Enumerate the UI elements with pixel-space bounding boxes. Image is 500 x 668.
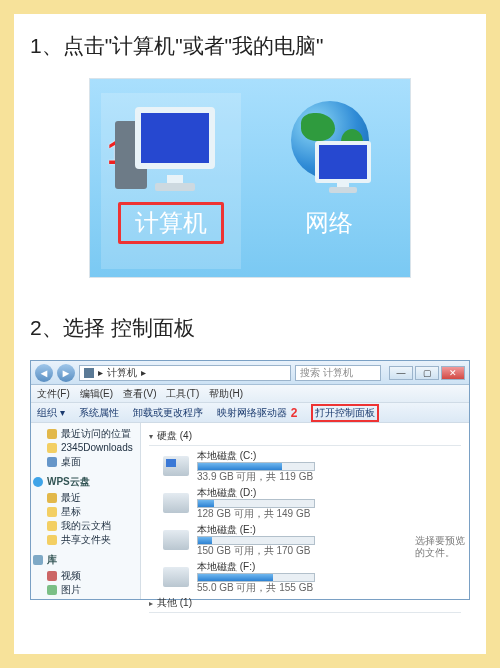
capacity-bar <box>197 462 315 471</box>
sidebar-wps-star[interactable]: 星标 <box>33 505 138 519</box>
capacity-bar <box>197 573 315 582</box>
chevron-right-icon: ▸ <box>149 599 153 608</box>
folder-icon <box>47 443 57 453</box>
sidebar-library-head[interactable]: 库 <box>33 553 138 567</box>
sidebar-library-pictures[interactable]: 图片 <box>33 583 138 597</box>
drive-name: 本地磁盘 (F:) <box>197 561 315 572</box>
recent-icon <box>47 493 57 503</box>
drive-row[interactable]: 本地磁盘 (F:)55.0 GB 可用，共 155 GB <box>149 557 461 594</box>
computer-icon <box>121 101 221 196</box>
section-header-disks[interactable]: ▾ 硬盘 (4) <box>149 427 461 446</box>
drive-icon <box>163 493 189 513</box>
library-icon <box>33 555 43 565</box>
search-placeholder: 搜索 计算机 <box>300 366 353 380</box>
nav-forward-button[interactable]: ► <box>57 364 75 382</box>
video-icon <box>47 571 57 581</box>
step2-title: 2、选择 控制面板 <box>30 314 470 342</box>
window-titlebar: ◄ ► ▸ 计算机 ▸ 搜索 计算机 — ▢ ✕ <box>31 361 469 385</box>
drive-icon <box>163 530 189 550</box>
maximize-button[interactable]: ▢ <box>415 366 439 380</box>
toolbar-system-properties[interactable]: 系统属性 <box>79 406 119 420</box>
toolbar-open-control-panel[interactable]: 打开控制面板 <box>311 404 379 422</box>
sidebar-recent[interactable]: 最近访问的位置 <box>33 427 138 441</box>
explorer-sidebar: 最近访问的位置 2345Downloads 桌面 WPS云盘 最近 星标 我的云… <box>31 423 141 599</box>
drive-detail: 150 GB 可用，共 170 GB <box>197 545 315 556</box>
folder-icon <box>47 521 57 531</box>
drive-row[interactable]: 本地磁盘 (D:)128 GB 可用，共 149 GB <box>149 483 461 520</box>
callout-number-2: 2 <box>291 406 298 420</box>
sidebar-wps-head[interactable]: WPS云盘 <box>33 475 138 489</box>
cloud-icon <box>33 477 43 487</box>
desktop-icon <box>47 457 57 467</box>
explorer-body: 最近访问的位置 2345Downloads 桌面 WPS云盘 最近 星标 我的云… <box>31 423 469 599</box>
recent-icon <box>47 429 57 439</box>
computer-icon-small <box>84 368 94 378</box>
sidebar-wps-docs[interactable]: 我的云文档 <box>33 519 138 533</box>
sidebar-wps-share[interactable]: 共享文件夹 <box>33 533 138 547</box>
sidebar-library-video[interactable]: 视频 <box>33 569 138 583</box>
figure-desktop-icons: 1 计算机 网络 <box>89 78 411 278</box>
sidebar-wps-recent[interactable]: 最近 <box>33 491 138 505</box>
address-bar[interactable]: ▸ 计算机 ▸ <box>79 365 291 381</box>
network-icon <box>279 101 379 196</box>
menu-file[interactable]: 文件(F) <box>37 387 70 401</box>
computer-icon-label: 计算机 <box>118 202 224 244</box>
section-header-other[interactable]: ▸ 其他 (1) <box>149 594 461 613</box>
network-icon-label: 网络 <box>288 202 370 244</box>
step1-title: 1、点击"计算机"或者"我的电脑" <box>30 32 470 60</box>
menu-bar: 文件(F) 编辑(E) 查看(V) 工具(T) 帮助(H) <box>31 385 469 403</box>
toolbar-map-drive[interactable]: 映射网络驱动器 <box>217 406 287 420</box>
drive-detail: 128 GB 可用，共 149 GB <box>197 508 315 519</box>
nav-back-button[interactable]: ◄ <box>35 364 53 382</box>
toolbar: 组织 ▾ 系统属性 卸载或更改程序 映射网络驱动器 2 打开控制面板 <box>31 403 469 423</box>
drive-detail: 33.9 GB 可用，共 119 GB <box>197 471 315 482</box>
capacity-bar <box>197 499 315 508</box>
drive-icon <box>163 567 189 587</box>
menu-help[interactable]: 帮助(H) <box>209 387 243 401</box>
drive-detail: 55.0 GB 可用，共 155 GB <box>197 582 315 593</box>
menu-tools[interactable]: 工具(T) <box>166 387 199 401</box>
window-controls: — ▢ ✕ <box>389 366 465 380</box>
menu-edit[interactable]: 编辑(E) <box>80 387 113 401</box>
desktop-icon-computer[interactable]: 1 计算机 <box>101 93 241 269</box>
explorer-content: ▾ 硬盘 (4) 本地磁盘 (C:)33.9 GB 可用，共 119 GB本地磁… <box>141 423 469 599</box>
desktop-icon-network[interactable]: 网络 <box>259 93 399 269</box>
toolbar-organize[interactable]: 组织 ▾ <box>37 406 65 420</box>
address-label: 计算机 <box>107 366 137 380</box>
preview-hint: 选择要预览 的文件。 <box>415 535 465 559</box>
sidebar-desktop[interactable]: 桌面 <box>33 455 138 469</box>
toolbar-uninstall[interactable]: 卸载或更改程序 <box>133 406 203 420</box>
chevron-down-icon: ▾ <box>149 432 153 441</box>
drive-row[interactable]: 本地磁盘 (C:)33.9 GB 可用，共 119 GB <box>149 446 461 483</box>
minimize-button[interactable]: — <box>389 366 413 380</box>
pictures-icon <box>47 585 57 595</box>
search-input[interactable]: 搜索 计算机 <box>295 365 381 381</box>
sidebar-downloads[interactable]: 2345Downloads <box>33 441 138 455</box>
drive-icon <box>163 456 189 476</box>
share-icon <box>47 535 57 545</box>
drive-name: 本地磁盘 (E:) <box>197 524 315 535</box>
close-button[interactable]: ✕ <box>441 366 465 380</box>
star-icon <box>47 507 57 517</box>
menu-view[interactable]: 查看(V) <box>123 387 156 401</box>
figure-explorer-window: ◄ ► ▸ 计算机 ▸ 搜索 计算机 — ▢ ✕ 文件(F) 编辑(E) 查看(… <box>30 360 470 600</box>
drive-name: 本地磁盘 (C:) <box>197 450 315 461</box>
drive-name: 本地磁盘 (D:) <box>197 487 315 498</box>
capacity-bar <box>197 536 315 545</box>
document-page: 1、点击"计算机"或者"我的电脑" 1 计算机 网络 2、选择 控制面板 ◄ ► <box>14 14 486 654</box>
